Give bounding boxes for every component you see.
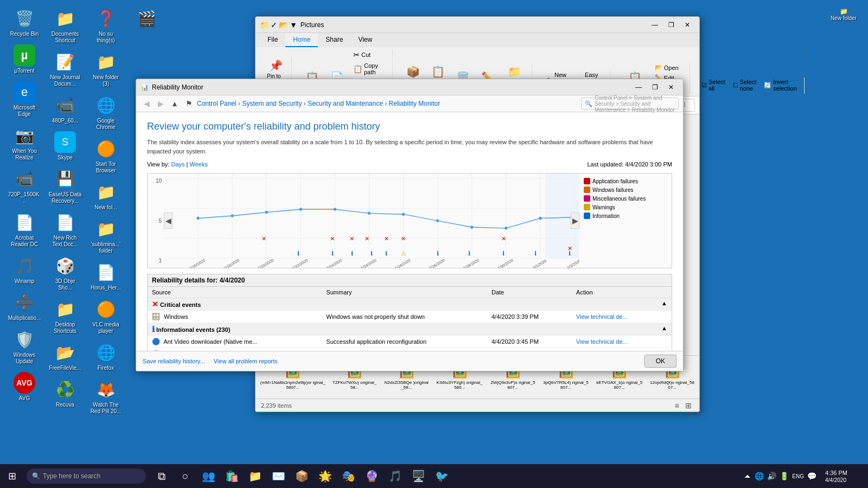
breadcrumb-system-security[interactable]: System and Security bbox=[242, 100, 302, 107]
copy-path-button[interactable]: 📋 Copy path bbox=[350, 61, 388, 76]
desktop-icon-rich-text[interactable]: 📄 New Rich Text Doc... bbox=[46, 209, 84, 250]
taskbar-mail[interactable]: ✉️ bbox=[268, 466, 289, 486]
cut-button[interactable]: ✂ Cut bbox=[350, 49, 388, 60]
rel-close-button[interactable]: ✕ bbox=[663, 81, 679, 93]
desktop-icon-tor-browser-start[interactable]: 🟠 Start Tor Browser bbox=[87, 136, 125, 176]
restore-button[interactable]: ❐ bbox=[663, 19, 679, 31]
desktop-icon-firefox[interactable]: 🦊 Watch The Red Pill 20... bbox=[87, 376, 125, 417]
taskbar-app9[interactable]: 🔮 bbox=[361, 466, 382, 486]
desktop-icon-documents-shortcut[interactable]: 📁 Documents Shortcut bbox=[46, 5, 84, 46]
view-technical-link-1[interactable]: View technical de... bbox=[576, 338, 628, 345]
desktop-icon-edge[interactable]: e Microsoft Edge bbox=[5, 79, 43, 120]
taskbar-volume-icon[interactable]: 🔊 bbox=[767, 472, 776, 480]
desktop-icon-red-pill[interactable]: 🎬 bbox=[127, 5, 165, 33]
taskbar-cortana[interactable]: ○ bbox=[175, 466, 195, 486]
taskbar-app12[interactable]: 🐦 bbox=[431, 466, 452, 486]
breadcrumb-reliability-monitor[interactable]: Reliability Monitor bbox=[389, 100, 441, 107]
rel-up-button[interactable]: ▲ bbox=[169, 98, 181, 110]
table-row[interactable]: 🔵 Ant Video downloader (Native me... Suc… bbox=[148, 336, 672, 348]
desktop-icon-acrobat[interactable]: 📄 Acrobat Reader DC bbox=[5, 209, 43, 250]
desktop-icon-winamp[interactable]: 🎵 Winamp bbox=[5, 253, 43, 287]
breadcrumb-security-maintenance[interactable]: Security and Maintenance bbox=[308, 100, 383, 107]
open-button[interactable]: 📂 Open bbox=[652, 63, 685, 72]
select-all-button[interactable]: ☑ Select all bbox=[699, 78, 728, 93]
large-icons-view-button[interactable]: ⊞ bbox=[683, 400, 694, 411]
taskbar-task-view[interactable]: ⧉ bbox=[151, 466, 172, 486]
invert-selection-button[interactable]: 🔄 Invert selection bbox=[761, 78, 799, 93]
ribbon-tab-home[interactable]: Home bbox=[285, 33, 318, 47]
desktop-icon-utorrent[interactable]: µ μTorrent bbox=[5, 42, 43, 76]
svg-text:✕: ✕ bbox=[501, 235, 506, 242]
rel-flag-button[interactable]: ⚑ bbox=[183, 98, 195, 110]
rel-back-button[interactable]: ◀ bbox=[141, 98, 152, 110]
desktop-icon-tor-browser[interactable]: 🌐 Firefox bbox=[87, 339, 125, 374]
rel-forward-button[interactable]: ▶ bbox=[155, 98, 167, 110]
view-technical-link-0[interactable]: View technical de... bbox=[576, 313, 628, 320]
chart-nav-right[interactable]: ▶ bbox=[571, 213, 579, 229]
ok-button[interactable]: OK bbox=[644, 355, 676, 368]
desktop-icon-480p[interactable]: 📹 480P_60... bbox=[46, 92, 84, 126]
desktop-icon-no-such[interactable]: ❓ No su thing(s) bbox=[87, 5, 125, 46]
chart-nav-left[interactable]: ◀ bbox=[164, 213, 173, 229]
taskbar-opera[interactable]: 🎭 bbox=[338, 466, 359, 486]
taskbar-amazon[interactable]: 📦 bbox=[291, 466, 312, 486]
minimize-button[interactable]: — bbox=[647, 19, 662, 31]
ribbon-tab-share[interactable]: Share bbox=[318, 33, 350, 47]
select-none-button[interactable]: ☐ Select none bbox=[730, 78, 760, 93]
help-button[interactable]: ? bbox=[809, 49, 818, 63]
save-reliability-history-link[interactable]: Save reliability history... bbox=[143, 358, 205, 364]
desktop-icon-google-chrome[interactable]: 🌐 Google Chrome bbox=[87, 92, 125, 133]
desktop-icon-recuva[interactable]: ♻️ Recuva bbox=[46, 376, 84, 410]
taskbar-search[interactable]: 🔍 Type here to search bbox=[27, 468, 146, 484]
start-button[interactable]: ⊞ bbox=[0, 464, 24, 488]
rel-restore-button[interactable]: ❐ bbox=[647, 81, 662, 93]
desktop-icon-subliminal[interactable]: 📁 'sublimina...' folder bbox=[87, 216, 125, 256]
desktop-icon-new-folder-3[interactable]: 📁 New folder (3) bbox=[87, 49, 125, 89]
taskbar-app10[interactable]: 🎵 bbox=[385, 466, 405, 486]
desktop-icon-desktop-shortcuts[interactable]: 📁 Desktop Shortcuts bbox=[46, 296, 84, 337]
desktop-icon-3d[interactable]: 🎲 3D Obje Sho... bbox=[46, 253, 84, 293]
taskbar-people[interactable]: 👥 bbox=[198, 466, 219, 486]
info-collapse-button[interactable]: ▲ bbox=[661, 325, 667, 331]
desktop-icon-new-folder-4[interactable]: 📁 New fol... bbox=[87, 179, 125, 213]
desktop-icon-recycle-bin[interactable]: 🗑️ Recycle Bin bbox=[5, 5, 43, 40]
desktop-icon-easeus[interactable]: 💾 EaseUS Data Recovery... bbox=[46, 166, 84, 207]
breadcrumb-control-panel[interactable]: Control Panel bbox=[197, 100, 237, 107]
rel-minimize-button[interactable]: — bbox=[631, 81, 646, 93]
close-button[interactable]: ✕ bbox=[680, 19, 695, 31]
show-desktop-button[interactable] bbox=[852, 464, 868, 488]
taskbar-file-explorer[interactable]: 📁 bbox=[245, 466, 265, 486]
ribbon-tab-view[interactable]: View bbox=[350, 33, 380, 47]
taskbar-tripadvisor[interactable]: 🌟 bbox=[315, 466, 335, 486]
taskbar-app11[interactable]: 🖥️ bbox=[408, 466, 429, 486]
taskbar-battery-icon[interactable]: 🔋 bbox=[780, 472, 789, 480]
taskbar-store[interactable]: 🛍️ bbox=[221, 466, 242, 486]
ribbon-tab-file[interactable]: File bbox=[260, 33, 285, 47]
svg-text:ℹ: ℹ bbox=[331, 250, 334, 256]
desktop-icon-when-you-realize[interactable]: 📷 When You Realize bbox=[5, 123, 43, 163]
view-all-problem-reports-link[interactable]: View all problem reports bbox=[214, 358, 278, 364]
view-by-days[interactable]: Days bbox=[171, 161, 184, 168]
taskbar-notification-icon[interactable]: 💬 bbox=[807, 472, 816, 480]
desktop-icon-windows-update[interactable]: 🛡️ Windows Update bbox=[5, 326, 43, 367]
desktop-icon-new-journal[interactable]: 📝 New Journal Docum... bbox=[46, 49, 84, 89]
desktop-icon-new-folder-right[interactable]: 📁 New folder bbox=[825, 5, 863, 23]
desktop-icon-720p[interactable]: 📹 720P_1500K... bbox=[5, 166, 43, 207]
desktop-icon-vlc[interactable]: 🟠 VLC media player bbox=[87, 296, 125, 337]
taskbar-network-icon[interactable]: 🌐 bbox=[755, 472, 764, 480]
svg-point-24 bbox=[436, 219, 439, 222]
desktop-icon-horus[interactable]: 📄 Horus_Her... bbox=[87, 259, 125, 293]
chart-y-axis: 10 5 1 bbox=[148, 174, 164, 268]
desktop-icon-freefileview[interactable]: 📂 FreeFileVie... bbox=[46, 339, 84, 374]
desktop-icon-skype[interactable]: S Skype bbox=[46, 129, 84, 163]
rel-search-input[interactable]: 🔍 Control Panel > System and Security > … bbox=[581, 98, 679, 110]
critical-collapse-button[interactable]: ▲ bbox=[661, 300, 667, 306]
desktop-icon-multiplication[interactable]: ➗ Multiplicatio... bbox=[5, 290, 43, 324]
view-by-weeks[interactable]: Weeks bbox=[189, 161, 207, 168]
details-view-button[interactable]: ≡ bbox=[673, 400, 681, 411]
desktop-icon-avg[interactable]: AVG AVG bbox=[5, 370, 43, 404]
table-row[interactable]: 🪟 Windows Windows was not properly shut … bbox=[148, 311, 672, 323]
item-count: 2,239 items bbox=[261, 402, 292, 409]
taskbar-expand-icon[interactable]: ⏶ bbox=[744, 472, 751, 480]
taskbar-clock[interactable]: 4:36 PM 4/4/2020 bbox=[821, 469, 852, 483]
